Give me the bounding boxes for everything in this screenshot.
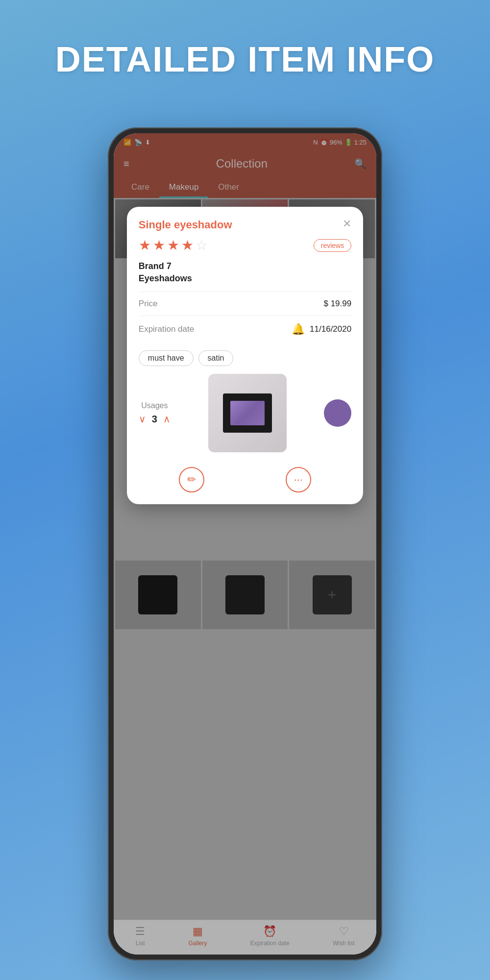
eyeshadow-compact [223,393,272,433]
usages-increase[interactable]: ∧ [163,413,171,425]
close-icon[interactable]: ✕ [343,219,351,229]
category-name: Eyeshadows [139,273,351,284]
expiry-right: 🔔 11/16/2020 [292,323,351,336]
modal-title: Single eyeshadow [139,219,232,231]
usages-controls: ∨ 3 ∧ [139,413,171,425]
usages-decrease[interactable]: ∨ [139,413,146,425]
expiration-label: Expiration date [139,324,194,334]
product-img-inner [208,374,287,452]
modal-overlay: Single eyeshadow ✕ ★ ★ ★ ★ ☆ reviews [114,133,376,955]
product-image[interactable] [208,374,287,452]
color-swatch[interactable] [324,399,351,427]
star-5[interactable]: ☆ [196,237,208,253]
hero-title: DETAILED ITEM INFO [0,0,490,79]
price-row: Price $ 19.99 [139,292,351,316]
more-button[interactable]: ··· [286,467,311,492]
tag-satin[interactable]: satin [198,350,234,366]
star-2[interactable]: ★ [153,237,165,253]
phone-screen: 📶 📡 ⬇ N ⏰ 96% 🔋 1:25 ≡ Collectio [114,133,376,955]
star-3[interactable]: ★ [167,237,179,253]
tags-row: must have satin [139,350,351,366]
usages-count: 3 [152,414,157,425]
item-detail-modal: Single eyeshadow ✕ ★ ★ ★ ★ ☆ reviews [127,207,363,504]
price-label: Price [139,299,158,309]
more-icon: ··· [294,473,302,486]
star-4[interactable]: ★ [181,237,194,253]
edit-button[interactable]: ✏ [179,467,204,492]
bell-icon[interactable]: 🔔 [292,323,305,336]
modal-actions: ✏ ··· [139,462,351,492]
star-1[interactable]: ★ [139,237,151,253]
usages-section: Usages ∨ 3 ∧ [139,401,171,425]
edit-icon: ✏ [187,473,196,486]
tag-must-have[interactable]: must have [139,350,194,366]
price-value: $ 19.99 [323,299,351,309]
eyeshadow-pan [230,401,265,425]
expiration-value: 11/16/2020 [310,324,351,334]
brand-name: Brand 7 [139,261,351,271]
phone-frame: 📶 📡 ⬇ N ⏰ 96% 🔋 1:25 ≡ Collectio [108,127,382,960]
screen-content: 📶 📡 ⬇ N ⏰ 96% 🔋 1:25 ≡ Collectio [114,133,376,955]
modal-header: Single eyeshadow ✕ [139,219,351,231]
expiration-row: Expiration date 🔔 11/16/2020 [139,316,351,343]
phone-wrapper: 📶 📡 ⬇ N ⏰ 96% 🔋 1:25 ≡ Collectio [108,127,382,960]
stars-row: ★ ★ ★ ★ ☆ reviews [139,237,351,253]
reviews-badge[interactable]: reviews [314,239,351,252]
item-detail-row: Usages ∨ 3 ∧ [139,374,351,452]
usages-label: Usages [141,401,168,410]
